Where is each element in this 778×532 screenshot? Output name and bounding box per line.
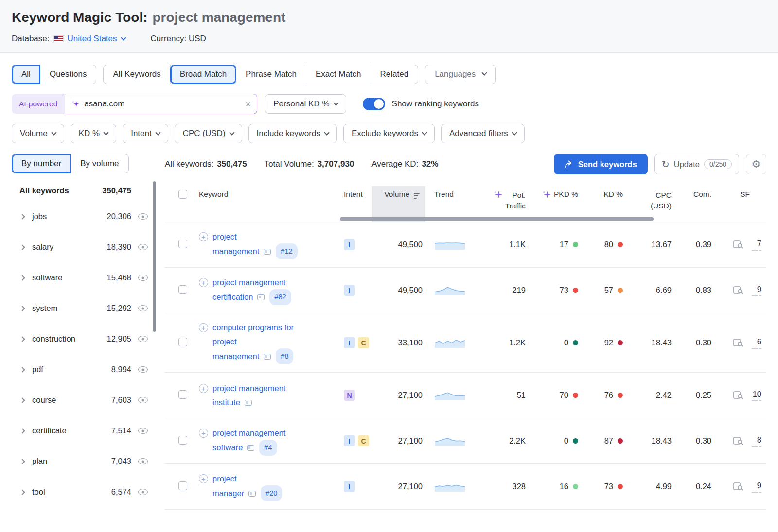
add-keyword-icon[interactable]: + [199, 429, 208, 438]
sf-value[interactable]: 7 [752, 239, 761, 251]
col-pkd[interactable]: PKD % [529, 186, 581, 222]
serp-page-icon[interactable] [247, 445, 254, 451]
sf-value[interactable]: 9 [752, 481, 761, 493]
expand-chevron-icon[interactable] [19, 459, 25, 464]
keyword-link[interactable]: certification [212, 292, 253, 301]
update-button[interactable]: ↻ Update 0/250 [654, 154, 739, 174]
keyword-link[interactable]: institute [212, 398, 240, 407]
tab-broad-match[interactable]: Broad Match [170, 65, 236, 84]
add-keyword-icon[interactable]: + [199, 232, 208, 241]
col-trend[interactable]: Trend [425, 186, 474, 222]
keyword-link[interactable]: manager [212, 489, 244, 498]
serp-icon[interactable] [733, 339, 743, 347]
col-intent[interactable]: Intent [334, 186, 372, 222]
tab-related[interactable]: Related [371, 65, 419, 84]
col-cpc[interactable]: CPC(USD) [626, 186, 674, 222]
expand-chevron-icon[interactable] [19, 275, 25, 280]
expand-chevron-icon[interactable] [19, 397, 25, 403]
row-checkbox[interactable] [178, 436, 187, 445]
eye-icon[interactable] [138, 489, 148, 495]
serp-page-icon[interactable] [264, 249, 271, 255]
keyword-group-row[interactable]: tool6,574 [12, 477, 153, 507]
keyword-group-row[interactable]: software15,468 [12, 262, 153, 293]
serp-page-icon[interactable] [245, 400, 252, 406]
row-checkbox[interactable] [178, 390, 187, 399]
keyword-link[interactable]: management [212, 352, 259, 360]
add-keyword-icon[interactable]: + [199, 474, 208, 483]
serp-page-icon[interactable] [248, 491, 256, 497]
sf-value[interactable]: 8 [752, 435, 761, 447]
filter-include-keywords[interactable]: Include keywords [248, 124, 337, 143]
keyword-link[interactable]: project management [212, 429, 285, 437]
tab-questions[interactable]: Questions [40, 65, 97, 84]
keyword-group-row[interactable]: pdf8,994 [12, 354, 153, 385]
sf-value[interactable]: 10 [752, 390, 761, 401]
clear-search-icon[interactable]: × [246, 99, 251, 109]
filter-volume[interactable]: Volume [12, 124, 64, 143]
sidebar-scrollbar[interactable] [153, 181, 156, 332]
languages-dropdown[interactable]: Languages [425, 65, 496, 84]
expand-chevron-icon[interactable] [19, 367, 25, 372]
eye-icon[interactable] [138, 213, 148, 220]
keyword-link[interactable]: project [212, 474, 237, 483]
keyword-group-row[interactable]: salary18,390 [12, 232, 153, 262]
serp-icon[interactable] [733, 437, 743, 446]
keyword-group-row[interactable]: jobs20,306 [12, 201, 153, 232]
tab-by-number[interactable]: By number [12, 154, 71, 173]
eye-icon[interactable] [138, 336, 148, 342]
keyword-link[interactable]: software [212, 443, 243, 452]
add-keyword-icon[interactable]: + [199, 278, 208, 287]
keyword-group-row[interactable]: course7,603 [12, 385, 153, 415]
tab-exact-match[interactable]: Exact Match [306, 65, 371, 84]
tab-by-volume[interactable]: By volume [71, 154, 128, 173]
sf-value[interactable]: 9 [752, 285, 761, 296]
col-pot-traffic[interactable]: Pot.Traffic [474, 186, 529, 222]
horizontal-scrollbar[interactable] [340, 217, 654, 221]
expand-chevron-icon[interactable] [19, 489, 25, 495]
row-checkbox[interactable] [178, 338, 187, 346]
filter-exclude-keywords[interactable]: Exclude keywords [343, 124, 435, 143]
eye-icon[interactable] [138, 275, 148, 281]
keyword-group-row[interactable]: system15,292 [12, 293, 153, 324]
expand-chevron-icon[interactable] [19, 306, 25, 311]
row-checkbox[interactable] [178, 481, 187, 490]
tab-all[interactable]: All [12, 65, 40, 84]
eye-icon[interactable] [138, 458, 148, 464]
keyword-group-row[interactable]: plan7,043 [12, 446, 153, 477]
serp-page-icon[interactable] [264, 354, 271, 360]
add-keyword-icon[interactable]: + [199, 323, 208, 332]
expand-chevron-icon[interactable] [19, 336, 25, 342]
settings-button[interactable]: ⚙ [746, 154, 766, 174]
serp-icon[interactable] [733, 240, 743, 249]
expand-chevron-icon[interactable] [19, 428, 25, 433]
filter-cpc[interactable]: CPC (USD) [175, 124, 242, 143]
col-volume[interactable]: Volume [372, 186, 425, 222]
keyword-link[interactable]: project [212, 337, 237, 346]
col-com[interactable]: Com. [674, 186, 714, 222]
serp-icon[interactable] [733, 482, 743, 491]
keyword-link[interactable]: project management [212, 384, 285, 393]
eye-icon[interactable] [138, 428, 148, 434]
row-checkbox[interactable] [178, 240, 187, 248]
add-keyword-icon[interactable]: + [199, 384, 208, 393]
col-kd[interactable]: KD % [581, 186, 626, 222]
sf-value[interactable]: 6 [752, 337, 761, 349]
col-sf[interactable]: SF [714, 186, 766, 222]
tab-phrase-match[interactable]: Phrase Match [236, 65, 306, 84]
expand-chevron-icon[interactable] [19, 244, 25, 250]
row-checkbox[interactable] [178, 285, 187, 294]
filter-advanced[interactable]: Advanced filters [441, 124, 525, 143]
search-input[interactable] [84, 99, 241, 109]
keyword-group-row[interactable]: certificate7,514 [12, 415, 153, 446]
personal-kd-dropdown[interactable]: Personal KD % [265, 94, 346, 114]
eye-icon[interactable] [138, 305, 148, 311]
send-keywords-button[interactable]: Send keywords [554, 154, 648, 174]
keyword-group-row[interactable]: construction12,905 [12, 324, 153, 354]
show-ranking-toggle[interactable] [363, 98, 385, 110]
eye-icon[interactable] [138, 244, 148, 250]
database-selector[interactable]: United States [68, 34, 125, 44]
filter-kd[interactable]: KD % [71, 124, 116, 143]
keyword-link[interactable]: management [212, 247, 259, 256]
col-keyword[interactable]: Keyword [192, 186, 334, 222]
select-all-checkbox[interactable] [178, 190, 187, 199]
